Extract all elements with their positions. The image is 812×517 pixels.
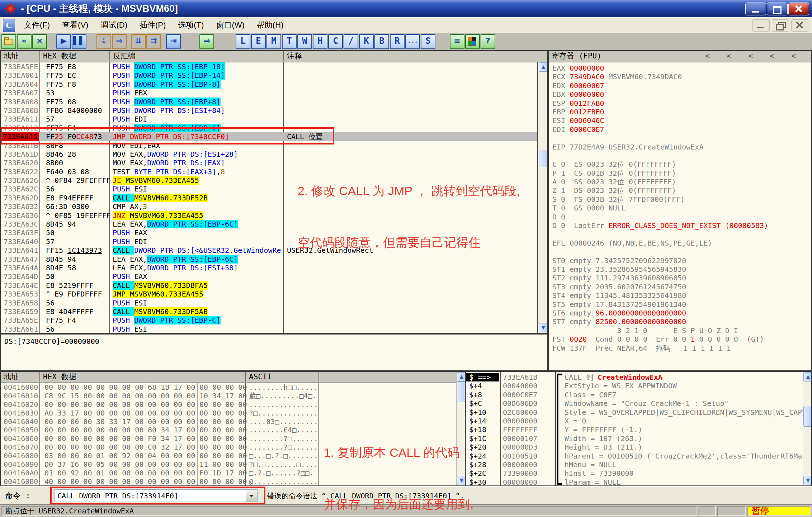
register-line[interactable]: P 1 CS 001B 32位 0(FFFFFFFF) (549, 169, 812, 177)
scroll-thumb[interactable] (457, 381, 466, 402)
help-button[interactable]: ? (481, 34, 495, 49)
open-file-button[interactable] (1, 34, 16, 49)
disassembly-scrollbar[interactable]: ▲ ▼ (538, 62, 548, 333)
scroll-up-button[interactable]: ▲ (803, 372, 812, 381)
register-line[interactable]: ST4 empty 11345.481353325641980 (549, 291, 812, 300)
window-button-patches[interactable]: / (344, 34, 358, 49)
close-process-button[interactable]: × (32, 34, 47, 49)
window-button-C[interactable]: C (328, 34, 343, 49)
register-line[interactable]: ST6 empty 96.000000000000000000 (549, 309, 812, 317)
stack-row[interactable]: $+2400100510hParent = 00100510 ('CrouzCr… (466, 452, 803, 460)
register-line[interactable]: D 0 (549, 213, 812, 221)
stack-row[interactable]: $+C00D606D0WindowName = "Crouz CrackMe-1… (466, 399, 803, 408)
window-button-B[interactable]: B (374, 34, 389, 49)
register-line[interactable]: ESI 00D6046C (549, 116, 812, 125)
dump-row[interactable]: 0041600000 00 00 0000 00 00 0068 1B 17 0… (1, 383, 456, 392)
history-back-icon[interactable]: < (705, 51, 710, 61)
menu-item-d[interactable]: 调试(D) (94, 18, 133, 33)
scroll-thumb[interactable] (803, 406, 812, 427)
window-button-M[interactable]: M (266, 34, 281, 49)
menu-item-t[interactable]: 选项(T) (172, 18, 210, 33)
step-over-button[interactable]: ⇝ (112, 34, 127, 49)
restart-button[interactable]: « (17, 34, 32, 49)
scroll-down-button[interactable]: ▼ (803, 476, 812, 485)
register-line[interactable]: 3 2 1 0 E S P U O Z D I (549, 326, 812, 335)
stack-row[interactable]: $ ==>733EA61BCALL 到 CreateWindowExA (466, 373, 803, 381)
stack-row[interactable]: $+18FFFFFFFFY = FFFFFFFF (-1.) (466, 425, 803, 434)
maximize-button[interactable] (767, 3, 788, 15)
register-line[interactable]: Z 1 DS 0023 32位 0(FFFFFFFF) (549, 186, 812, 195)
disasm-row[interactable]: 733EA65856PUSH ESI (1, 299, 537, 307)
register-line[interactable]: EDI 0000C0E7 (549, 125, 812, 134)
register-line[interactable]: ST5 empty 17.843137254901961340 (549, 300, 812, 309)
stack-row[interactable]: $+1002C80000Style = WS_OVERLAPPED|WS_CLI… (466, 408, 803, 417)
scroll-thumb[interactable] (539, 151, 548, 167)
run-button[interactable]: ▶ (56, 34, 71, 49)
window-button-T[interactable]: T (282, 34, 297, 49)
window-button-W[interactable]: W (297, 34, 312, 49)
disasm-row[interactable]: 733EA659E8 4D4FFFFFCALL MSVBVM60.733DF5A… (1, 307, 537, 316)
disasm-row[interactable]: 733EA653^ E9 FDFDFFFFJMP MSVBVM60.733EA4… (1, 290, 537, 298)
register-line[interactable]: ESP 0012FAB0 (549, 99, 812, 108)
go-to-address-button[interactable]: ⇒ (199, 34, 214, 49)
scroll-down-button[interactable]: ▼ (539, 323, 548, 332)
mdi-minimize-button[interactable] (752, 19, 770, 32)
register-line[interactable] (549, 247, 812, 256)
disasm-row[interactable]: 733EA66156PUSH ESI (1, 325, 537, 333)
register-line[interactable]: C 0 ES 0023 32位 0(FFFFFFFF) (549, 160, 812, 169)
stack-row[interactable]: $+400040000ExtStyle = WS_EX_APPWINDOW (466, 381, 803, 390)
disasm-row[interactable]: 733EA60BFFB6 84000000PUSH DWORD PTR DS:[… (1, 106, 537, 115)
register-line[interactable]: ST3 empty 2035.6020761245674750 (549, 283, 812, 291)
stack-row[interactable]: $+3000000000lParam = NULL (466, 478, 803, 486)
disasm-row[interactable]: 733EA65EFF75 F4PUSH DWORD PTR SS:[EBP-C] (1, 316, 537, 324)
window-button-H[interactable]: H (313, 34, 327, 49)
register-line[interactable]: EBP 0012FBE0 (549, 108, 812, 116)
appearance-button[interactable] (465, 34, 480, 49)
menu-item-v[interactable]: 查看(V) (56, 18, 94, 33)
register-line[interactable]: EBX 00000000 (549, 90, 812, 99)
register-line[interactable]: T 0 GS 0000 NULL (549, 204, 812, 212)
execute-till-return-button[interactable]: ⇥ (166, 34, 181, 49)
minimize-button[interactable] (745, 3, 766, 15)
dump-row[interactable]: 00416010C8 9C 15 0000 00 00 0000 00 00 0… (1, 392, 456, 400)
pause-button[interactable]: ▌▌ (72, 34, 86, 49)
disasm-row[interactable]: 733EA61157PUSH EDI (1, 115, 537, 123)
menu-item-w[interactable]: 窗口(W) (210, 18, 250, 33)
cpu-window-icon[interactable]: C (3, 19, 15, 32)
disasm-row[interactable]: 733EA5FEFF75 E8PUSH DWORD PTR SS:[EBP-18… (1, 62, 537, 71)
mdi-restore-button[interactable] (772, 19, 789, 32)
disasm-row[interactable]: 733EA60753PUSH EBX (1, 89, 537, 97)
register-line[interactable]: ST0 empty 7.3425752709622997820 (549, 256, 812, 265)
register-line[interactable]: EFL 00000246 (NO,NB,E,BE,NS,PE,GE,LE) (549, 239, 812, 247)
register-line[interactable] (549, 134, 812, 142)
register-line[interactable]: EIP 77D2E4A9 USER32.CreateWindowExA (549, 143, 812, 151)
window-button-L[interactable]: L (236, 34, 250, 49)
window-button-R[interactable]: R (390, 34, 405, 49)
stack-row[interactable]: $+1400000000X = 0 (466, 417, 803, 425)
stack-row[interactable]: $+2800000000hMenu = NULL (466, 460, 803, 469)
register-line[interactable]: O 0 LastErr ERROR_CLASS_DOES_NOT_EXIST (… (549, 221, 812, 230)
register-line[interactable]: EAX 00000000 (549, 64, 812, 72)
stack-row[interactable]: $+80000C0E7Class = C0E7 (466, 390, 803, 399)
stack-row[interactable]: $+2C73390000hInst = 73390000 (466, 469, 803, 478)
register-line[interactable] (549, 230, 812, 238)
mdi-close-button[interactable] (791, 19, 808, 32)
disasm-row[interactable]: 733EA608FF75 08PUSH DWORD PTR SS:[EBP+8] (1, 98, 537, 106)
stack-row[interactable]: $+20000000D3Height = D3 (211.) (466, 443, 803, 451)
window-button-K[interactable]: K (359, 34, 374, 49)
stack-row[interactable]: $+1C00000107Width = 107 (263.) (466, 434, 803, 443)
scroll-up-button[interactable]: ▲ (539, 62, 548, 72)
disasm-row[interactable]: 733EA604FF75 F8PUSH DWORD PTR SS:[EBP-8] (1, 80, 537, 89)
register-line[interactable]: ST1 empty 23.352865954565945830 (549, 265, 812, 274)
window-button-E[interactable]: E (251, 34, 266, 49)
dump-row[interactable]: 0041602000 00 00 0000 00 00 0000 00 00 0… (1, 400, 456, 409)
register-line[interactable]: ST2 empty 111.29743639608906850 (549, 274, 812, 282)
window-button-S[interactable]: S (421, 34, 435, 49)
scroll-up-button[interactable]: ▲ (457, 372, 466, 381)
register-line[interactable]: EDX 00000007 (549, 81, 812, 90)
window-button-runtrace[interactable]: ... (405, 34, 420, 49)
disasm-row[interactable]: 733EA601FF75 ECPUSH DWORD PTR SS:[EBP-14… (1, 71, 537, 80)
register-line[interactable]: FST 0020 Cond 0 0 0 0 Err 0 0 1 0 0 0 0 … (549, 335, 812, 343)
register-line[interactable]: A 0 SS 0023 32位 0(FFFFFFFF) (549, 177, 812, 186)
register-line[interactable]: S 0 FS 003B 32位 7FFDF000(FFF) (549, 195, 812, 204)
